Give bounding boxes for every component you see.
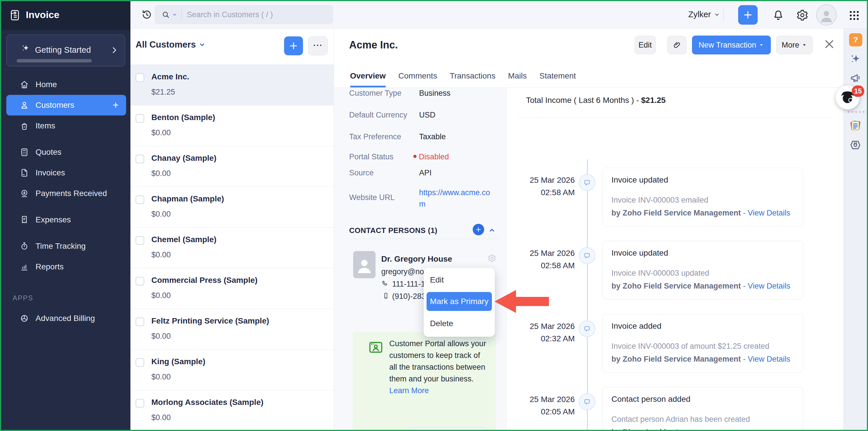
nav-add-icon[interactable]: + xyxy=(113,100,119,110)
invoice-logo-icon xyxy=(8,9,21,22)
person-icon xyxy=(355,256,374,275)
portal-text-body: Customer Portal allows your customers to… xyxy=(389,339,486,383)
org-switcher[interactable]: Zylker xyxy=(688,10,720,19)
sidebar-nav-item[interactable]: Time Tracking xyxy=(6,236,126,256)
search-scope-chevron-icon[interactable] xyxy=(172,12,178,18)
nav-item-icon xyxy=(20,241,29,251)
entry-link-wrap: - View Details xyxy=(741,355,790,363)
caret-down-icon xyxy=(802,42,807,48)
list-filter-dropdown[interactable]: All Customers xyxy=(135,39,206,50)
apps-nav: Advanced Billing xyxy=(1,308,130,329)
tab[interactable]: Mails xyxy=(508,64,527,87)
entry-title: Invoice updated xyxy=(612,175,668,185)
entry-body: Invoice INV-000003 updated xyxy=(612,269,709,278)
row-checkbox[interactable] xyxy=(135,73,144,82)
more-label: More xyxy=(782,41,800,50)
customer-row[interactable]: Feltz Printing Service (Sample) $0.00 xyxy=(130,309,334,349)
tabs-row: Overview Comments Transactions Mails Sta… xyxy=(334,64,843,88)
tab[interactable]: Comments xyxy=(399,64,437,87)
announcements-megaphone-icon[interactable] xyxy=(849,71,862,84)
row-checkbox[interactable] xyxy=(135,114,144,123)
customer-row[interactable]: Chemel (Sample) $0.00 xyxy=(130,227,334,268)
attachments-button[interactable] xyxy=(667,36,686,54)
timeline-card: Invoice added Invoice INV-000003 of amou… xyxy=(602,314,803,373)
field-row: Default CurrencyUSD xyxy=(349,111,504,120)
sidebar-nav-item-advanced-billing[interactable]: Advanced Billing xyxy=(6,308,126,329)
customer-row[interactable]: Chanay (Sample) $0.00 xyxy=(130,146,334,187)
chevron-up-icon[interactable] xyxy=(488,226,496,234)
sidebar-nav-item[interactable]: Customers + xyxy=(6,95,126,116)
entry-title: Contact person added xyxy=(612,395,690,404)
row-checkbox[interactable] xyxy=(135,358,144,367)
sidebar-nav-item[interactable]: Expenses xyxy=(6,210,126,230)
row-checkbox[interactable] xyxy=(135,277,144,285)
view-details-link[interactable]: View Details xyxy=(748,209,790,217)
zia-sparkle-icon[interactable] xyxy=(849,53,862,66)
sidebar-nav-item[interactable]: Payments Received xyxy=(6,183,126,204)
view-details-link[interactable]: View Details xyxy=(748,355,790,363)
nav-item-label: Payments Received xyxy=(35,189,107,198)
row-checkbox[interactable] xyxy=(135,195,144,204)
customer-row[interactable]: King (Sample) $0.00 xyxy=(130,349,334,390)
help-button[interactable]: ? xyxy=(849,33,862,47)
add-customer-button[interactable] xyxy=(284,36,303,55)
customer-row[interactable]: Acme Inc. $21.25 xyxy=(130,65,334,105)
entry-byline: by Zoho Field Service Management - View … xyxy=(612,282,790,290)
row-checkbox[interactable] xyxy=(135,155,144,163)
nav-item-icon xyxy=(20,147,29,157)
nav-item-icon xyxy=(20,100,29,110)
menu-item-delete[interactable]: Delete xyxy=(430,319,453,328)
customer-row[interactable]: Commercial Press (Sample) $0.00 xyxy=(130,268,334,309)
notifications-bell-icon[interactable] xyxy=(772,9,784,22)
menu-item-edit[interactable]: Edit xyxy=(430,275,444,284)
close-icon[interactable] xyxy=(823,38,836,51)
field-label: Website URL xyxy=(349,193,419,202)
sidebar-nav-item[interactable]: Items xyxy=(6,116,126,136)
more-button[interactable]: More xyxy=(776,36,813,54)
integrations-plug-icon[interactable] xyxy=(848,138,862,152)
learn-more-link[interactable]: Learn More xyxy=(389,386,429,395)
entry-by: by Zoho Field Service Management xyxy=(612,282,741,290)
edit-button[interactable]: Edit xyxy=(635,36,656,54)
entry-datetime: 25 Mar 2026 02:32 AM xyxy=(518,320,575,345)
row-checkbox[interactable] xyxy=(135,236,144,245)
entry-by: by Diane Lockhart xyxy=(612,428,679,430)
tab[interactable]: Overview xyxy=(350,64,386,87)
sidebar-nav-item[interactable]: Reports xyxy=(6,256,126,277)
list-more-button[interactable]: ⋯ xyxy=(308,36,328,55)
menu-item-mark-as-primary[interactable]: Mark as Primary xyxy=(427,292,492,311)
portal-action-button-clipped[interactable] xyxy=(408,428,487,430)
total-income-label: Total Income ( Last 6 Months ) - xyxy=(526,96,641,104)
apps-grid-icon[interactable] xyxy=(848,9,860,22)
row-checkbox[interactable] xyxy=(135,399,144,407)
new-transaction-button[interactable]: New Transaction xyxy=(692,35,771,55)
customer-row[interactable]: Benton (Sample) $0.00 xyxy=(130,105,334,146)
tab[interactable]: Statement xyxy=(539,64,576,87)
user-avatar[interactable] xyxy=(816,4,837,26)
quick-create-button[interactable] xyxy=(738,5,757,25)
refresh-icon[interactable] xyxy=(141,9,153,21)
search-box[interactable] xyxy=(155,5,333,24)
contact-settings-gear-icon[interactable] xyxy=(488,254,496,263)
customer-name: Benton (Sample) xyxy=(151,113,215,122)
customer-row[interactable]: Chapman (Sample) $0.00 xyxy=(130,187,334,227)
field-value: API xyxy=(419,168,432,177)
tab[interactable]: Transactions xyxy=(450,64,495,87)
customer-amount: $0.00 xyxy=(151,413,171,422)
nav-item-icon xyxy=(20,262,29,272)
sidebar-nav-item[interactable]: Invoices xyxy=(6,162,126,183)
app-title: Invoice xyxy=(26,9,59,20)
getting-started-card[interactable]: Getting Started xyxy=(6,34,125,66)
add-contact-person-button[interactable] xyxy=(473,224,484,235)
row-checkbox[interactable] xyxy=(135,317,144,326)
total-income-amount: $21.25 xyxy=(641,96,666,104)
customer-row[interactable]: Morlong Associates (Sample) $0.00 xyxy=(130,390,334,431)
search-input[interactable] xyxy=(187,10,333,19)
sidebar-nav-item[interactable]: Quotes xyxy=(6,142,126,162)
sidebar-nav-item[interactable]: Home xyxy=(6,74,126,95)
view-details-link[interactable]: View Details xyxy=(748,282,790,290)
customer-portal-note: Customer Portal allows your customers to… xyxy=(352,332,496,430)
documents-icon[interactable] xyxy=(848,119,862,132)
customers-list-panel: All Customers ⋯ Acme Inc. $21.25 Benton … xyxy=(130,29,334,430)
settings-gear-icon[interactable] xyxy=(796,9,809,22)
